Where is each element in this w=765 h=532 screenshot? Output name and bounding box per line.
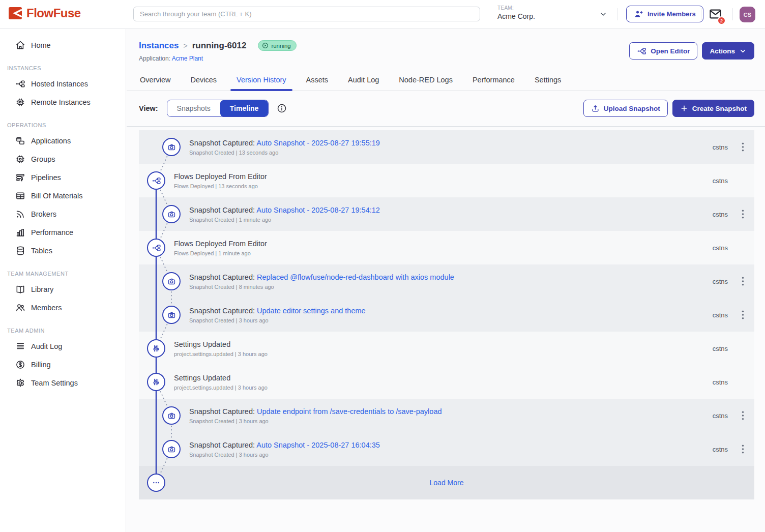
row-title: Settings Updated bbox=[174, 340, 230, 348]
pipelines-icon bbox=[15, 172, 25, 183]
sidebar-item-brokers[interactable]: Brokers bbox=[0, 205, 126, 223]
snapshot-link[interactable]: Update endpoint from /save-credentials t… bbox=[257, 407, 442, 416]
tab-performance[interactable]: Performance bbox=[472, 73, 516, 90]
snapshot-link[interactable]: Auto Snapshot - 2025-08-27 19:54:12 bbox=[256, 206, 380, 214]
view-toggle-snapshots[interactable]: Snapshots bbox=[167, 100, 220, 116]
tab-assets[interactable]: Assets bbox=[305, 73, 330, 90]
upload-snapshot-button[interactable]: Upload Snapshot bbox=[583, 100, 668, 117]
row-user: cstns bbox=[713, 311, 728, 319]
snapshot-link[interactable]: Replaced @flowfuse/node-red-dashboard wi… bbox=[257, 273, 454, 281]
tab-version-history[interactable]: Version History bbox=[236, 73, 287, 90]
row-title-prefix: Snapshot Captured: bbox=[189, 407, 257, 416]
flowfuse-logo-icon bbox=[8, 6, 22, 20]
snapshot-link[interactable]: Auto Snapshot - 2025-08-27 16:04:35 bbox=[256, 441, 380, 449]
sidebar-section-label: OPERATIONS bbox=[0, 122, 126, 128]
row-meta: Snapshot Created | 3 hours ago bbox=[189, 418, 442, 424]
row-meta: Snapshot Created | 1 minute ago bbox=[189, 217, 380, 223]
snapshot-link[interactable]: Auto Snapshot - 2025-08-27 19:55:19 bbox=[256, 139, 380, 147]
sidebar-item-remote-instances[interactable]: Remote Instances bbox=[0, 93, 126, 111]
chevron-down-icon bbox=[599, 10, 607, 18]
main-content: Instances > running-6012 running Applica… bbox=[127, 29, 765, 532]
sidebar-item-members[interactable]: Members bbox=[0, 299, 126, 317]
timeline-row: Snapshot Captured: Update editor setting… bbox=[139, 298, 754, 332]
play-circle-icon bbox=[262, 42, 269, 49]
snapshot-link[interactable]: Update editor settings and theme bbox=[257, 307, 366, 315]
view-toolbar: View: SnapshotsTimeline Upload Snapshot bbox=[127, 91, 765, 127]
sidebar-item-label: Groups bbox=[31, 155, 55, 163]
info-circle-icon[interactable] bbox=[277, 103, 287, 113]
sidebar-item-label: Tables bbox=[31, 247, 52, 255]
row-user: cstns bbox=[713, 345, 728, 352]
kebab-menu-icon[interactable] bbox=[738, 141, 747, 153]
sidebar-item-team-settings[interactable]: Team Settings bbox=[0, 374, 126, 392]
mail-icon[interactable]: 2 bbox=[709, 7, 724, 22]
sidebar-item-applications[interactable]: Applications bbox=[0, 132, 126, 150]
top-header: FlowFuse TEAM: Acme Corp. Invite Members… bbox=[0, 0, 765, 29]
sidebar-item-pipelines[interactable]: Pipelines bbox=[0, 168, 126, 187]
kebab-menu-icon[interactable] bbox=[738, 444, 747, 455]
page-head: Instances > running-6012 running Applica… bbox=[127, 29, 765, 62]
sliders-icon bbox=[147, 373, 165, 391]
camera-icon bbox=[162, 440, 181, 458]
sidebar-item-bill-of-materials[interactable]: Bill Of Materials bbox=[0, 187, 126, 205]
row-title-prefix: Snapshot Captured: bbox=[189, 441, 256, 449]
kebab-menu-icon[interactable] bbox=[738, 309, 747, 320]
search-input[interactable] bbox=[133, 7, 480, 21]
timeline-row: Flows Deployed From Editor Flows Deploye… bbox=[139, 231, 754, 264]
row-meta: project.settings.updated | 3 hours ago bbox=[174, 351, 268, 357]
sidebar-item-groups[interactable]: Groups bbox=[0, 150, 126, 168]
sidebar-item-label: Audit Log bbox=[31, 342, 62, 350]
kebab-menu-icon[interactable] bbox=[738, 276, 747, 287]
home-icon bbox=[15, 40, 25, 50]
create-snapshot-button[interactable]: Create Snapshot bbox=[672, 100, 754, 117]
sidebar-item-billing[interactable]: Billing bbox=[0, 356, 126, 374]
sidebar-item-home[interactable]: Home bbox=[0, 36, 126, 54]
row-title-prefix: Snapshot Captured: bbox=[189, 273, 257, 281]
header-divider bbox=[732, 8, 733, 20]
team-label: TEAM: bbox=[497, 5, 609, 11]
row-title: Settings Updated bbox=[174, 374, 230, 382]
sidebar-item-audit-log[interactable]: Audit Log bbox=[0, 337, 126, 356]
audit-log-icon bbox=[15, 341, 25, 351]
sliders-icon bbox=[147, 339, 165, 358]
sidebar: HomeINSTANCESHosted InstancesRemote Inst… bbox=[0, 29, 126, 532]
timeline-row: Settings Updated project.settings.update… bbox=[139, 332, 754, 365]
actions-label: Actions bbox=[710, 47, 735, 55]
tab-audit-log[interactable]: Audit Log bbox=[347, 73, 380, 90]
groups-icon bbox=[15, 154, 25, 164]
sidebar-item-label: Members bbox=[31, 304, 62, 312]
avatar[interactable]: CS bbox=[740, 7, 755, 22]
sidebar-item-performance[interactable]: Performance bbox=[0, 223, 126, 242]
actions-button[interactable]: Actions bbox=[702, 42, 754, 60]
tab-settings[interactable]: Settings bbox=[534, 73, 562, 90]
sidebar-item-tables[interactable]: Tables bbox=[0, 242, 126, 260]
open-editor-button[interactable]: Open Editor bbox=[629, 42, 697, 60]
header-divider bbox=[617, 8, 617, 20]
tab-node-red-logs[interactable]: Node-RED Logs bbox=[398, 73, 454, 90]
row-title: Flows Deployed From Editor bbox=[174, 172, 267, 181]
tab-overview[interactable]: Overview bbox=[139, 73, 171, 90]
sidebar-item-hosted-instances[interactable]: Hosted Instances bbox=[0, 75, 126, 93]
team-selector[interactable]: TEAM: Acme Corp. bbox=[497, 5, 609, 20]
view-toggle-timeline[interactable]: Timeline bbox=[220, 100, 269, 116]
load-more-link[interactable]: Load More bbox=[139, 479, 754, 487]
sidebar-item-library[interactable]: Library bbox=[0, 280, 126, 299]
timeline: Snapshot Captured: Auto Snapshot - 2025-… bbox=[139, 130, 754, 499]
invite-members-label: Invite Members bbox=[648, 10, 696, 18]
kebab-menu-icon[interactable] bbox=[738, 410, 747, 421]
upload-snapshot-label: Upload Snapshot bbox=[604, 105, 660, 112]
editor-node-icon bbox=[637, 46, 646, 56]
timeline-row: Snapshot Captured: Auto Snapshot - 2025-… bbox=[139, 197, 754, 231]
kebab-menu-icon[interactable] bbox=[738, 209, 747, 220]
sidebar-item-label: Brokers bbox=[31, 210, 56, 218]
flowfuse-logo[interactable]: FlowFuse bbox=[8, 6, 81, 20]
sidebar-section-label: TEAM ADMIN bbox=[0, 328, 126, 334]
page-title: running-6012 bbox=[192, 41, 247, 51]
application-link[interactable]: Acme Plant bbox=[172, 55, 203, 62]
status-label: running bbox=[271, 43, 290, 49]
applications-icon bbox=[15, 136, 25, 146]
breadcrumb-instances-link[interactable]: Instances bbox=[139, 41, 179, 51]
tab-devices[interactable]: Devices bbox=[189, 73, 218, 90]
invite-members-button[interactable]: Invite Members bbox=[626, 6, 703, 22]
team-name: Acme Corp. bbox=[497, 12, 609, 20]
